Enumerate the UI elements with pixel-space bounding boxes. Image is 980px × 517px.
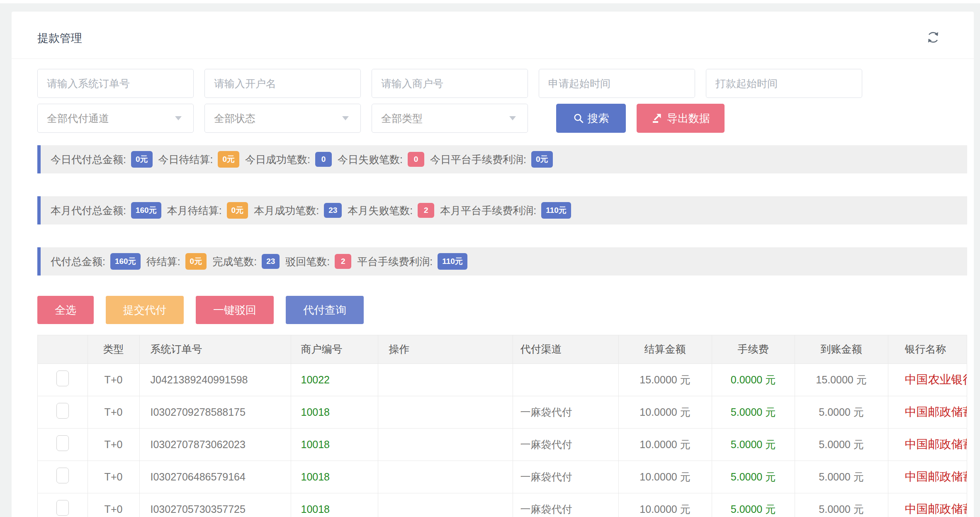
column-header: 手续费 xyxy=(712,335,795,363)
export-button-label: 导出数据 xyxy=(667,111,710,126)
order-no-input[interactable] xyxy=(37,69,194,98)
stat-item: 待结算: 0元 xyxy=(146,253,207,270)
cell-type: T+0 xyxy=(88,493,139,517)
stat-item: 平台手续费利润: 110元 xyxy=(357,253,467,270)
stats-bar: 今日代付总金额: 0元 今日待结算: 0元 今日成功笔数: 0 今日失败笔数: … xyxy=(37,145,967,173)
stat-item: 今日成功笔数: 0 xyxy=(245,152,332,167)
column-header: 银行名称 xyxy=(888,335,967,363)
export-data-button[interactable]: 导出数据 xyxy=(637,104,725,133)
chevron-down-icon xyxy=(509,116,516,120)
table-row: T+0 J0421389240991598 10022 15.0000 元 0.… xyxy=(38,363,967,396)
stat-value-badge: 0元 xyxy=(131,151,153,168)
actions-row: 全选 提交代付 一键驳回 代付查询 xyxy=(37,296,967,324)
refresh-button[interactable] xyxy=(924,29,942,47)
column-header: 操作 xyxy=(378,335,513,363)
type-select-value: 全部类型 xyxy=(381,112,423,125)
cell-type: T+0 xyxy=(88,461,139,493)
stat-item: 今日代付总金额: 0元 xyxy=(51,151,153,168)
export-icon xyxy=(651,112,663,124)
withdrawal-management-panel: 提款管理 全部代付通道 xyxy=(12,12,974,517)
page-top-strip xyxy=(0,0,980,3)
column-header xyxy=(38,335,88,363)
row-checkbox[interactable] xyxy=(56,500,69,516)
stat-label: 本月待结算: xyxy=(167,204,222,217)
cell-settle-amount: 10.0000 元 xyxy=(618,461,712,493)
merchant-no-input[interactable] xyxy=(372,69,528,98)
stat-label: 本月平台手续费利润: xyxy=(440,204,536,217)
row-checkbox[interactable] xyxy=(56,403,69,419)
status-select[interactable]: 全部状态 xyxy=(204,104,361,133)
stat-label: 本月失败笔数: xyxy=(348,204,413,217)
stat-item: 驳回笔数: 2 xyxy=(285,254,351,269)
table-row: T+0 I0302709278588175 10018 一麻袋代付 10.000… xyxy=(38,396,967,428)
cell-channel: 一麻袋代付 xyxy=(513,493,618,517)
stat-value-badge: 0元 xyxy=(531,151,553,168)
stat-value-badge: 2 xyxy=(418,203,434,218)
column-header: 到账金额 xyxy=(795,335,888,363)
panel-header: 提款管理 xyxy=(12,12,974,59)
stat-value-badge: 23 xyxy=(262,254,280,269)
payout-start-time-input[interactable] xyxy=(706,69,862,98)
table-header-row: 类型系统订单号商户编号操作代付渠道结算金额手续费到账金额银行名称 xyxy=(38,335,967,363)
panel-body: 全部代付通道 全部状态 全部类型 搜索 xyxy=(12,59,974,517)
stat-item: 今日平台手续费利润: 0元 xyxy=(430,151,553,168)
search-inputs-row xyxy=(37,69,967,98)
cell-order-no: J0421389240991598 xyxy=(139,363,291,396)
table-row: T+0 I0302705730357725 10018 一麻袋代付 10.000… xyxy=(38,493,967,517)
stat-value-badge: 0元 xyxy=(227,202,248,219)
cell-action xyxy=(378,461,513,493)
cell-fee: 5.0000 元 xyxy=(712,493,795,517)
stat-label: 本月成功笔数: xyxy=(254,204,319,217)
cell-channel xyxy=(513,363,618,396)
cell-settle-amount: 10.0000 元 xyxy=(618,428,712,461)
stat-label: 代付总金额: xyxy=(51,255,105,268)
column-header: 结算金额 xyxy=(618,335,712,363)
stats-bar: 代付总金额: 160元 待结算: 0元 完成笔数: 23 驳回笔数: 2 平台手… xyxy=(37,247,967,276)
stat-item: 今日失败笔数: 0 xyxy=(338,152,424,167)
stat-value-badge: 160元 xyxy=(131,202,161,219)
type-select[interactable]: 全部类型 xyxy=(372,104,528,133)
search-icon xyxy=(573,113,584,124)
search-button-label: 搜索 xyxy=(588,111,609,126)
page-title: 提款管理 xyxy=(37,31,82,46)
stat-value-badge: 110元 xyxy=(541,202,571,219)
row-checkbox[interactable] xyxy=(56,468,69,483)
stat-item: 本月待结算: 0元 xyxy=(167,202,248,219)
cell-settle-amount: 10.0000 元 xyxy=(618,493,712,517)
cell-channel: 一麻袋代付 xyxy=(513,396,618,428)
stat-label: 完成笔数: xyxy=(212,255,257,268)
apply-start-time-input[interactable] xyxy=(539,69,695,98)
column-header: 类型 xyxy=(88,335,139,363)
cell-type: T+0 xyxy=(88,396,139,428)
table-body: T+0 J0421389240991598 10022 15.0000 元 0.… xyxy=(38,363,967,517)
cell-fee: 5.0000 元 xyxy=(712,428,795,461)
stat-value-badge: 0元 xyxy=(218,151,239,168)
withdrawals-table-wrap: 类型系统订单号商户编号操作代付渠道结算金额手续费到账金额银行名称 T+0 J04… xyxy=(37,335,967,517)
payout-channel-select[interactable]: 全部代付通道 xyxy=(37,104,194,133)
stats-bar: 本月代付总金额: 160元 本月待结算: 0元 本月成功笔数: 23 本月失败笔… xyxy=(37,196,967,224)
cell-bank-name: 中国邮政储蓄银行 xyxy=(888,461,967,493)
cell-bank-name: 中国农业银行 xyxy=(888,363,967,396)
action-button[interactable]: 提交代付 xyxy=(106,296,184,324)
table-row: T+0 I0302707873062023 10018 一麻袋代付 10.000… xyxy=(38,428,967,461)
cell-action xyxy=(378,428,513,461)
stat-item: 代付总金额: 160元 xyxy=(51,253,141,270)
cell-arrival-amount: 5.0000 元 xyxy=(795,428,888,461)
action-button[interactable]: 一键驳回 xyxy=(196,296,274,324)
row-checkbox[interactable] xyxy=(56,435,69,451)
search-button[interactable]: 搜索 xyxy=(556,104,626,133)
cell-channel: 一麻袋代付 xyxy=(513,461,618,493)
row-checkbox[interactable] xyxy=(56,371,69,386)
chevron-down-icon xyxy=(175,116,182,120)
stat-item: 本月成功笔数: 23 xyxy=(254,203,342,218)
column-header: 商户编号 xyxy=(291,335,378,363)
action-button[interactable]: 全选 xyxy=(37,296,94,324)
account-name-input[interactable] xyxy=(204,69,361,98)
chevron-down-icon xyxy=(342,116,349,120)
action-button[interactable]: 代付查询 xyxy=(286,296,364,324)
stat-item: 本月代付总金额: 160元 xyxy=(51,202,161,219)
stat-label: 本月代付总金额: xyxy=(51,204,126,217)
cell-order-no: I0302707873062023 xyxy=(139,428,291,461)
stat-value-badge: 160元 xyxy=(110,253,141,270)
cell-settle-amount: 15.0000 元 xyxy=(618,363,712,396)
